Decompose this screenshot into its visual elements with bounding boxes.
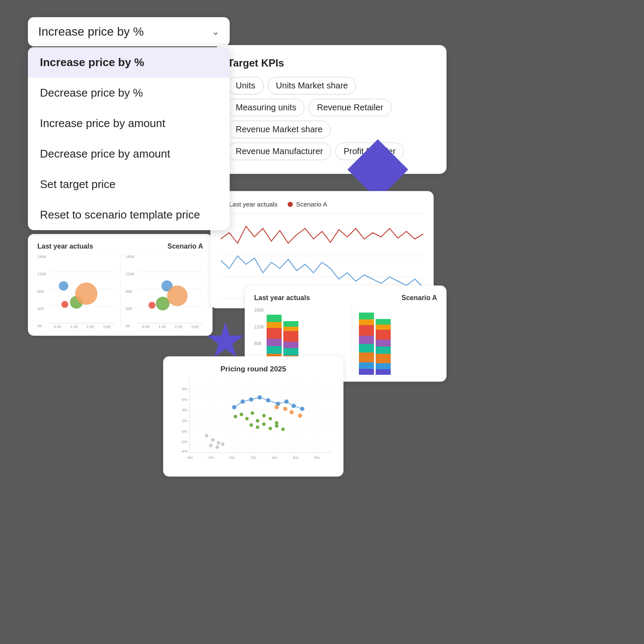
- bubble-x-axis-right: 0.001.002.003.00: [138, 325, 204, 329]
- svg-point-64: [274, 405, 279, 409]
- bubble-y-labels: 160K120K80K40K0K: [37, 255, 46, 329]
- svg-point-55: [262, 414, 266, 417]
- dropdown-option-4[interactable]: Set target price: [28, 169, 230, 200]
- svg-point-63: [281, 428, 285, 431]
- svg-point-67: [298, 413, 302, 418]
- svg-point-49: [300, 407, 304, 411]
- svg-text:4%: 4%: [182, 408, 188, 412]
- svg-point-68: [205, 434, 208, 437]
- dropdown-trigger[interactable]: Increase price by % ⌄: [28, 17, 230, 46]
- svg-text:2%: 2%: [182, 419, 188, 423]
- svg-text:8%: 8%: [182, 387, 188, 391]
- kpi-tag-1[interactable]: Units Market share: [268, 77, 356, 94]
- svg-text:0%: 0%: [182, 429, 188, 434]
- bubble-chart-left-label: Last year actuals: [37, 243, 93, 250]
- bubble: [75, 283, 97, 305]
- bubble-chart-right-label: Scenario A: [167, 243, 203, 250]
- svg-text:2%: 2%: [251, 456, 256, 460]
- svg-point-59: [256, 425, 259, 429]
- kpi-title: Target KPIs: [228, 57, 434, 69]
- svg-point-70: [217, 441, 220, 445]
- svg-point-61: [269, 427, 272, 430]
- bubble: [59, 281, 68, 291]
- line-legend: Last year actuals Scenario A: [221, 200, 423, 208]
- kpi-tag-0[interactable]: Units: [228, 77, 264, 94]
- dropdown-option-2[interactable]: Increase price by amount: [28, 108, 230, 139]
- svg-text:-2%: -2%: [181, 440, 188, 444]
- svg-point-57: [275, 421, 278, 425]
- chevron-down-icon: ⌄: [212, 26, 219, 37]
- svg-text:4%: 4%: [272, 456, 277, 460]
- dropdown-option-5[interactable]: Reset to scenario template price: [28, 200, 230, 230]
- svg-point-66: [289, 410, 294, 414]
- svg-point-42: [240, 400, 245, 404]
- kpi-tag-3[interactable]: Revenue Retailer: [309, 99, 392, 116]
- scatter-chart-svg: -4% -2% 0% 2% 4% 6% 8% 8% 6% 4% 2% 0% -2…: [173, 378, 334, 468]
- svg-point-51: [240, 413, 243, 416]
- svg-point-54: [256, 419, 259, 422]
- svg-point-53: [251, 411, 254, 415]
- svg-text:8%: 8%: [314, 456, 320, 460]
- bar-chart-left-label: Last year actuals: [254, 294, 310, 302]
- scatter-chart-title: Pricing round 2025: [173, 365, 334, 374]
- bar-chart-right-label: Scenario A: [401, 294, 437, 302]
- dropdown-option-3[interactable]: Decrease price by amount: [28, 139, 230, 169]
- svg-point-44: [258, 395, 262, 400]
- kpi-tag-4[interactable]: Revenue Market share: [228, 121, 331, 138]
- svg-point-41: [232, 405, 237, 409]
- svg-text:-4%: -4%: [186, 456, 193, 460]
- svg-point-56: [269, 417, 272, 420]
- legend-label-last-year: Last year actuals: [229, 200, 277, 208]
- dropdown-selected-value: Increase price by %: [38, 25, 144, 39]
- kpi-tag-5[interactable]: Revenue Manufacturer: [228, 143, 331, 160]
- bubble: [61, 301, 68, 308]
- dropdown-option-0[interactable]: Increase price by %: [28, 47, 230, 78]
- dropdown-menu: Increase price by %Decrease price by %In…: [28, 47, 230, 230]
- svg-text:-4%: -4%: [181, 449, 188, 453]
- svg-point-73: [221, 443, 225, 446]
- bubble-x-axis: 0.001.002.003.00: [49, 325, 115, 329]
- svg-point-43: [249, 398, 253, 402]
- bubble: [167, 286, 188, 306]
- legend-dot-red: [288, 202, 293, 207]
- kpi-tag-2[interactable]: Measuring units: [228, 99, 304, 116]
- svg-point-69: [211, 438, 215, 442]
- legend-scenario-a: Scenario A: [288, 200, 327, 208]
- bubble-y-labels-right: 160K120K80K40K0K: [126, 255, 135, 329]
- svg-text:6%: 6%: [293, 456, 299, 460]
- svg-point-47: [284, 400, 289, 404]
- bar-col: [359, 313, 374, 375]
- svg-text:6%: 6%: [182, 398, 188, 402]
- svg-point-62: [275, 424, 278, 428]
- bubble: [149, 302, 155, 309]
- legend-label-scenario-a: Scenario A: [296, 200, 327, 208]
- svg-text:0%: 0%: [229, 456, 235, 460]
- dropdown-option-1[interactable]: Decrease price by %: [28, 78, 230, 108]
- kpi-tags-container: UnitsUnits Market shareMeasuring unitsRe…: [228, 77, 434, 160]
- bubble-chart-card: Last year actuals Scenario A 160K120K80K…: [28, 234, 213, 336]
- svg-point-50: [234, 415, 237, 418]
- svg-point-72: [216, 445, 219, 449]
- bar-col: [376, 319, 391, 375]
- svg-point-58: [249, 423, 253, 427]
- bar-y-labels: 160K 120K 80K: [254, 306, 264, 346]
- svg-point-71: [209, 444, 213, 447]
- svg-point-45: [266, 398, 270, 403]
- svg-point-65: [283, 407, 287, 411]
- svg-point-48: [292, 404, 296, 408]
- scatter-chart-card: Pricing round 2025 -4% -2% 0% 2% 4% 6% 8…: [163, 356, 343, 477]
- svg-text:-2%: -2%: [207, 456, 214, 460]
- svg-point-60: [262, 422, 266, 426]
- svg-point-52: [245, 417, 249, 420]
- kpi-card: Target KPIs UnitsUnits Market shareMeasu…: [215, 45, 447, 174]
